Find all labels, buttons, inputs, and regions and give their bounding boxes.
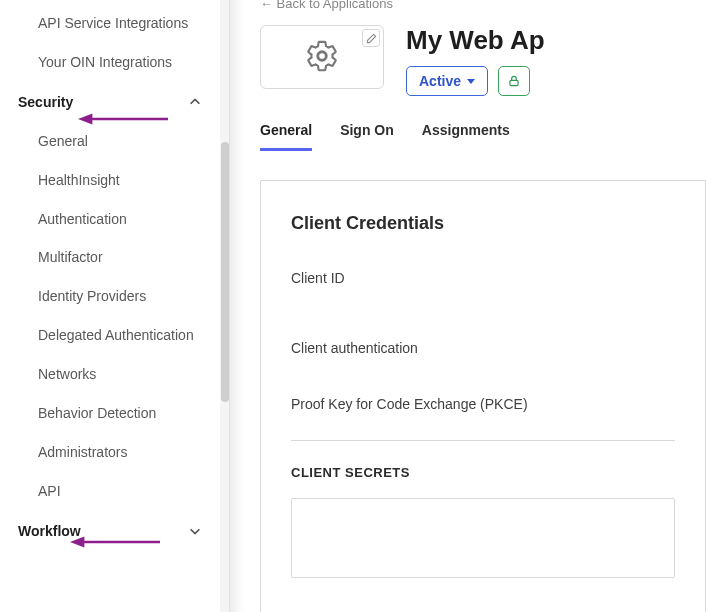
sidebar-section-security[interactable]: Security (0, 82, 230, 122)
pencil-icon[interactable] (362, 29, 380, 47)
gear-icon (305, 39, 339, 76)
sidebar-item-networks[interactable]: Networks (0, 355, 230, 394)
sidebar-item-api-service-integrations[interactable]: API Service Integrations (0, 4, 230, 43)
main-content: ← Back to Applications My Web Ap Activ (230, 0, 706, 612)
sidebar-item-identity-providers[interactable]: Identity Providers (0, 277, 230, 316)
sidebar-scrollbar[interactable] (220, 0, 230, 612)
page-title: My Web Ap (406, 25, 545, 56)
tab-sign-on[interactable]: Sign On (340, 122, 394, 151)
tab-assignments[interactable]: Assignments (422, 122, 510, 151)
chevron-down-icon (188, 524, 202, 538)
client-auth-label: Client authentication (291, 340, 675, 356)
svg-rect-4 (510, 80, 518, 85)
tab-general[interactable]: General (260, 122, 312, 151)
sidebar-item-authentication[interactable]: Authentication (0, 200, 230, 239)
scrollbar-thumb[interactable] (221, 142, 229, 402)
active-status-label: Active (419, 73, 461, 89)
sidebar-item-behavior-detection[interactable]: Behavior Detection (0, 394, 230, 433)
sidebar-section-label: Workflow (18, 523, 81, 539)
client-credentials-card: Client Credentials Client ID Client auth… (260, 180, 706, 612)
tabs: General Sign On Assignments (260, 122, 706, 152)
view-logs-button[interactable] (498, 66, 530, 96)
client-secrets-heading: CLIENT SECRETS (291, 465, 675, 480)
sidebar: API Service Integrations Your OIN Integr… (0, 0, 230, 612)
sidebar-section-label: Security (18, 94, 73, 110)
client-id-label: Client ID (291, 270, 675, 286)
pkce-label: Proof Key for Code Exchange (PKCE) (291, 396, 675, 412)
active-status-dropdown[interactable]: Active (406, 66, 488, 96)
sidebar-item-general[interactable]: General (0, 122, 230, 161)
chevron-up-icon (188, 95, 202, 109)
caret-down-icon (467, 79, 475, 84)
sidebar-item-your-oin-integrations[interactable]: Your OIN Integrations (0, 43, 230, 82)
sidebar-item-healthinsight[interactable]: HealthInsight (0, 161, 230, 200)
sidebar-item-administrators[interactable]: Administrators (0, 433, 230, 472)
sidebar-item-delegated-auth[interactable]: Delegated Authentication (0, 316, 230, 355)
section-divider (291, 440, 675, 441)
lock-icon (507, 74, 521, 88)
back-to-applications-link[interactable]: ← Back to Applications (260, 0, 706, 11)
app-logo-box (260, 25, 384, 89)
sidebar-item-api[interactable]: API (0, 472, 230, 511)
sidebar-item-multifactor[interactable]: Multifactor (0, 238, 230, 277)
sidebar-section-workflow[interactable]: Workflow (0, 511, 230, 551)
section-title: Client Credentials (291, 213, 675, 234)
client-secret-box (291, 498, 675, 578)
app-header: My Web Ap Active (260, 25, 706, 96)
